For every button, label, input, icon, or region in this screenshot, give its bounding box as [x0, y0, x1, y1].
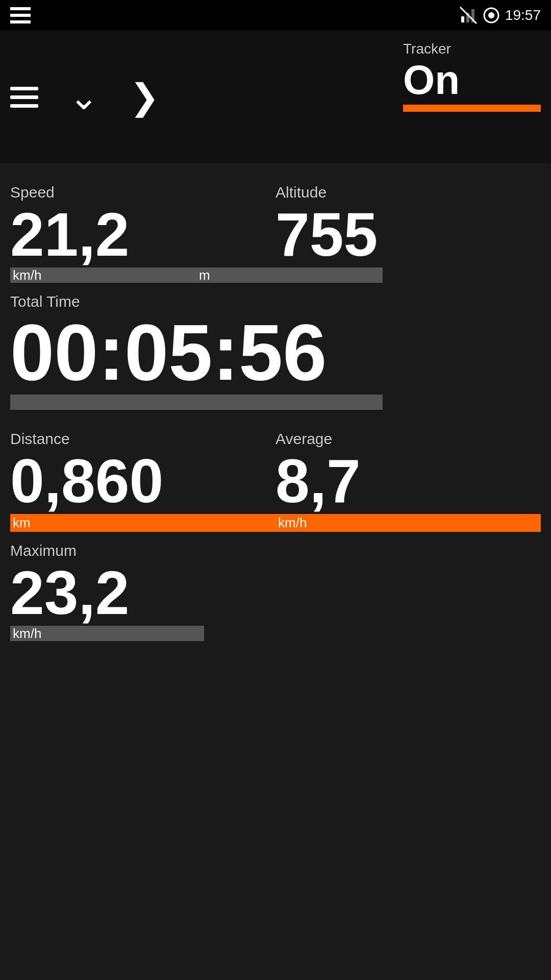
svg-rect-1	[461, 16, 464, 22]
average-cell: Average 8,7	[276, 420, 541, 511]
distance-average-row: Distance 0,860 Average 8,7	[10, 420, 541, 511]
signal-icon	[459, 6, 478, 24]
menu-lines-icon	[10, 7, 31, 23]
tracker-section: Tracker On	[403, 41, 541, 112]
average-value: 8,7	[276, 450, 541, 511]
average-label: Average	[276, 430, 541, 448]
speed-unit: km/h	[10, 267, 196, 283]
speed-value: 21,2	[10, 204, 276, 265]
hamburger-button[interactable]	[10, 87, 38, 108]
altitude-unit: m	[196, 267, 383, 283]
svg-rect-3	[471, 9, 474, 22]
distance-value: 0,860	[10, 450, 276, 511]
speed-altitude-row: Speed 21,2 Altitude 755	[10, 174, 541, 265]
altitude-label: Altitude	[276, 184, 541, 201]
total-time-bar	[10, 395, 383, 410]
status-left	[10, 7, 31, 23]
status-bar: 19:57	[0, 0, 551, 31]
distance-cell: Distance 0,860	[10, 420, 276, 511]
toolbar: ⌄ ❯ Tracker On	[0, 31, 551, 163]
maximum-unit-bar: km/h	[10, 626, 204, 641]
speed-label: Speed	[10, 184, 276, 201]
distance-unit: km	[10, 514, 276, 532]
main-content: Speed 21,2 Altitude 755 km/h m Total Tim…	[0, 163, 551, 641]
speed-cell: Speed 21,2	[10, 174, 276, 265]
altitude-cell: Altitude 755	[276, 174, 541, 265]
chevron-down-button[interactable]: ⌄	[69, 79, 99, 115]
status-right: 19:57	[459, 6, 541, 24]
record-icon	[483, 7, 500, 24]
svg-point-5	[488, 12, 494, 18]
total-time-label: Total Time	[10, 293, 541, 310]
total-time-value: 00:05:56	[10, 313, 541, 392]
tracker-label: Tracker	[403, 41, 451, 57]
maximum-value: 23,2	[10, 562, 541, 623]
distance-label: Distance	[10, 430, 276, 448]
tracker-status: On	[403, 60, 460, 101]
average-unit: km/h	[276, 514, 541, 532]
arrow-right-button[interactable]: ❯	[130, 79, 160, 115]
distance-average-unit-bar: km km/h	[10, 514, 541, 532]
altitude-value: 755	[276, 204, 541, 265]
svg-rect-2	[466, 13, 469, 22]
maximum-label: Maximum	[10, 542, 541, 559]
tracker-active-bar	[403, 105, 541, 112]
maximum-unit: km/h	[13, 626, 41, 642]
maximum-section: Maximum 23,2 km/h	[10, 542, 541, 641]
status-time: 19:57	[505, 7, 541, 23]
total-time-section: Total Time 00:05:56	[10, 293, 541, 410]
speed-altitude-unit-bar: km/h m	[10, 267, 383, 283]
